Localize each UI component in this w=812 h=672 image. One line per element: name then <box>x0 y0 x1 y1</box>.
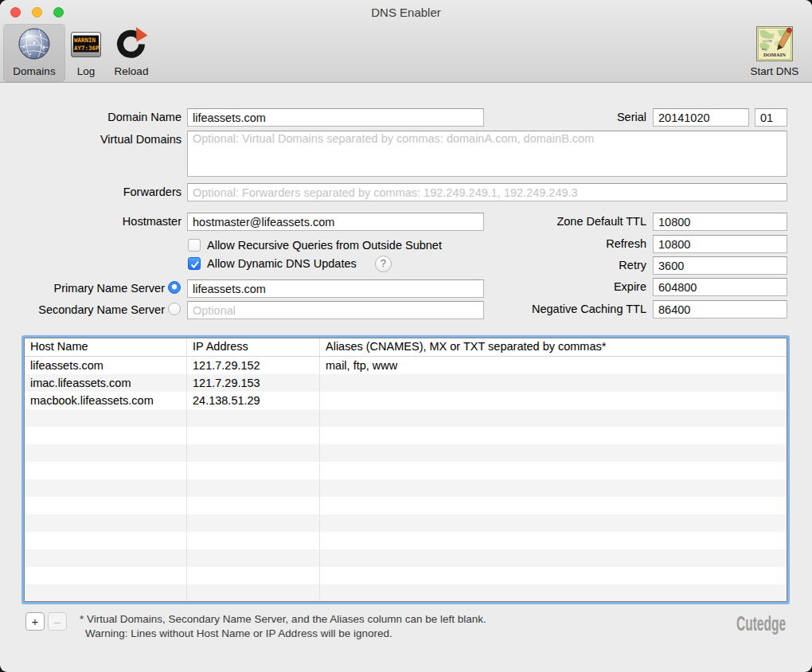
cell-host[interactable]: lifeassets.com <box>25 357 187 374</box>
cell-host[interactable] <box>25 462 187 479</box>
table-row[interactable] <box>25 462 787 479</box>
window-title: DNS Enabler <box>0 6 812 19</box>
serial-label: Serial <box>617 111 646 124</box>
cell-ip[interactable] <box>187 444 320 462</box>
add-row-button[interactable]: + <box>25 612 45 631</box>
cell-aliases[interactable] <box>320 479 787 497</box>
table-row[interactable] <box>25 427 787 444</box>
toolbar-button-log[interactable]: WARNIN AY7:36P Log <box>67 24 105 82</box>
table-row[interactable] <box>25 409 787 427</box>
svg-text:DOMAIN: DOMAIN <box>763 52 786 57</box>
allow-recursive-label: Allow Recursive Queries from Outside Sub… <box>207 239 442 252</box>
cell-host[interactable]: imac.lifeassets.com <box>25 374 187 392</box>
cell-aliases[interactable] <box>320 584 787 602</box>
cell-host[interactable] <box>25 409 187 427</box>
negative-caching-ttl-input[interactable] <box>653 300 787 318</box>
table-row[interactable] <box>25 532 787 549</box>
secondary-ns-radio[interactable] <box>168 303 181 315</box>
cell-host[interactable] <box>25 479 187 497</box>
cell-aliases[interactable] <box>320 567 787 584</box>
cell-aliases[interactable] <box>320 532 787 549</box>
cell-host[interactable] <box>25 549 187 567</box>
toolbar-button-start-dns[interactable]: eCOM .biz DOMAIN Start DNS <box>742 24 807 82</box>
cell-ip[interactable] <box>187 532 320 549</box>
remove-row-button[interactable]: – <box>48 612 67 631</box>
cell-ip[interactable] <box>187 427 320 444</box>
retry-input[interactable] <box>653 256 787 275</box>
cell-host[interactable] <box>25 532 187 549</box>
cell-ip[interactable] <box>187 479 320 497</box>
cell-ip[interactable] <box>187 514 320 532</box>
cell-ip[interactable] <box>187 462 320 479</box>
serial-input[interactable] <box>653 108 749 127</box>
toolbar-button-reload[interactable]: Reload <box>107 24 156 82</box>
table-row[interactable]: macbook.lifeassets.com24.138.51.29 <box>25 392 787 409</box>
cell-host[interactable] <box>25 497 187 514</box>
column-header-ip-address[interactable]: IP Address <box>187 338 320 356</box>
toolbar-label-domains: Domains <box>3 65 65 77</box>
cell-host[interactable] <box>25 444 187 462</box>
allow-recursive-checkbox[interactable] <box>188 239 201 252</box>
cell-host[interactable] <box>25 514 187 532</box>
forwarders-label: Forwarders <box>123 186 182 199</box>
cell-aliases[interactable]: mail, ftp, www <box>320 357 787 374</box>
cell-aliases[interactable] <box>320 444 787 462</box>
cell-ip[interactable] <box>187 549 320 567</box>
table-row[interactable] <box>25 497 787 514</box>
cell-ip[interactable] <box>187 584 320 602</box>
table-row[interactable]: imac.lifeassets.com121.7.29.153 <box>25 374 787 392</box>
cell-ip[interactable] <box>187 409 320 427</box>
help-icon[interactable]: ? <box>375 256 392 272</box>
checkmark-icon <box>189 258 201 271</box>
table-row[interactable] <box>25 567 787 584</box>
hosts-table-body: lifeassets.com121.7.29.152mail, ftp, www… <box>25 357 787 602</box>
cell-ip[interactable]: 121.7.29.152 <box>187 357 320 374</box>
cell-aliases[interactable] <box>320 497 787 514</box>
cell-aliases[interactable] <box>320 549 787 567</box>
primary-ns-radio[interactable] <box>168 281 181 294</box>
cell-host[interactable] <box>25 584 187 602</box>
secondary-ns-input[interactable] <box>187 301 484 319</box>
cell-host[interactable] <box>25 427 187 444</box>
column-header-host-name[interactable]: Host Name <box>25 338 187 356</box>
expire-input[interactable] <box>653 278 787 296</box>
primary-ns-input[interactable] <box>187 279 484 298</box>
table-row[interactable] <box>25 549 787 567</box>
footnote-line1: * Virtual Domains, Secondary Name Server… <box>80 613 486 625</box>
cell-ip[interactable]: 121.7.29.153 <box>187 374 320 392</box>
cell-aliases[interactable] <box>320 427 787 444</box>
cell-aliases[interactable] <box>320 374 787 392</box>
refresh-input[interactable] <box>653 235 787 253</box>
domain-name-input[interactable] <box>187 108 484 127</box>
hostmaster-label: Hostmaster <box>123 215 182 229</box>
refresh-label: Refresh <box>606 237 646 251</box>
cell-aliases[interactable] <box>320 392 787 409</box>
cell-aliases[interactable] <box>320 514 787 532</box>
table-row[interactable] <box>25 514 787 532</box>
domain-name-label: Domain Name <box>107 111 182 124</box>
serial-suffix-input[interactable] <box>755 108 787 127</box>
table-row[interactable] <box>25 584 787 602</box>
table-row[interactable] <box>25 479 787 497</box>
allow-dynamic-checkbox[interactable] <box>188 257 201 270</box>
zone-default-ttl-input[interactable] <box>653 213 787 231</box>
virtual-domains-textarea[interactable] <box>187 131 787 177</box>
cell-ip[interactable] <box>187 497 320 514</box>
cell-ip[interactable]: 24.138.51.29 <box>187 392 320 409</box>
cell-host[interactable]: macbook.lifeassets.com <box>25 392 187 409</box>
table-row[interactable] <box>25 444 787 462</box>
cell-host[interactable] <box>25 567 187 584</box>
forwarders-input[interactable] <box>187 183 787 201</box>
window-header: DNS Enabler <box>0 0 812 83</box>
table-row[interactable]: lifeassets.com121.7.29.152mail, ftp, www <box>25 357 787 374</box>
circular-reload-arrow-icon <box>107 26 156 64</box>
toolbar-button-domains[interactable]: Domains <box>3 24 65 82</box>
column-header-aliases[interactable]: Aliases (CNAMES), MX or TXT separated by… <box>320 338 787 356</box>
cell-aliases[interactable] <box>320 409 787 427</box>
cell-ip[interactable] <box>187 567 320 584</box>
hostmaster-input[interactable] <box>187 213 484 231</box>
hosts-table[interactable]: Host Name IP Address Aliases (CNAMES), M… <box>24 338 787 602</box>
svg-text:AY7:36P: AY7:36P <box>74 45 100 52</box>
toolbar-label-reload: Reload <box>107 65 156 77</box>
cell-aliases[interactable] <box>320 462 787 479</box>
